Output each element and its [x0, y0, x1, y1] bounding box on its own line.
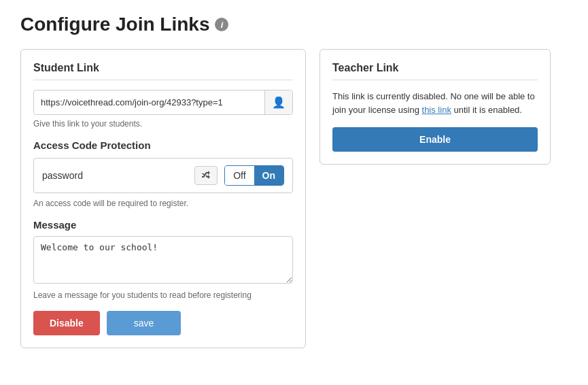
page-title: Configure Join Links i [20, 14, 568, 35]
access-code-row: Off On [33, 158, 293, 193]
toggle-off-button[interactable]: Off [225, 166, 254, 185]
enable-button[interactable]: Enable [332, 127, 538, 152]
access-code-helper: An access code will be required to regis… [33, 199, 293, 208]
student-link-input[interactable] [34, 92, 264, 113]
message-textarea[interactable]: Welcome to our school! [33, 236, 293, 284]
toggle-on-button[interactable]: On [254, 166, 283, 185]
copy-link-button[interactable]: 👤 [264, 90, 292, 114]
message-helper: Leave a message for you students to read… [33, 290, 293, 300]
student-card-title: Student Link [33, 62, 293, 80]
main-layout: Student Link 👤 Give this link to your st… [20, 49, 568, 348]
password-input[interactable] [42, 170, 188, 181]
teacher-link-card: Teacher Link This link is currently disa… [319, 49, 551, 165]
student-link-row: 👤 [33, 90, 293, 115]
teacher-card-title: Teacher Link [332, 62, 538, 80]
message-label: Message [33, 219, 293, 231]
page-title-text: Configure Join Links [20, 14, 209, 35]
student-button-row: Disable save [33, 311, 293, 335]
toggle-group: Off On [224, 165, 284, 186]
student-link-helper: Give this link to your students. [33, 119, 293, 129]
shuffle-button[interactable] [194, 166, 218, 185]
info-icon[interactable]: i [215, 18, 228, 31]
copy-icon: 👤 [272, 96, 286, 109]
teacher-disabled-text: This link is currently disabled. No one … [332, 90, 538, 116]
access-code-label: Access Code Protection [33, 139, 293, 151]
save-button[interactable]: save [107, 311, 181, 335]
disable-button[interactable]: Disable [33, 311, 100, 335]
student-link-card: Student Link 👤 Give this link to your st… [20, 49, 306, 348]
shuffle-icon [201, 170, 211, 181]
teacher-disabled-link[interactable]: this link [422, 105, 451, 115]
